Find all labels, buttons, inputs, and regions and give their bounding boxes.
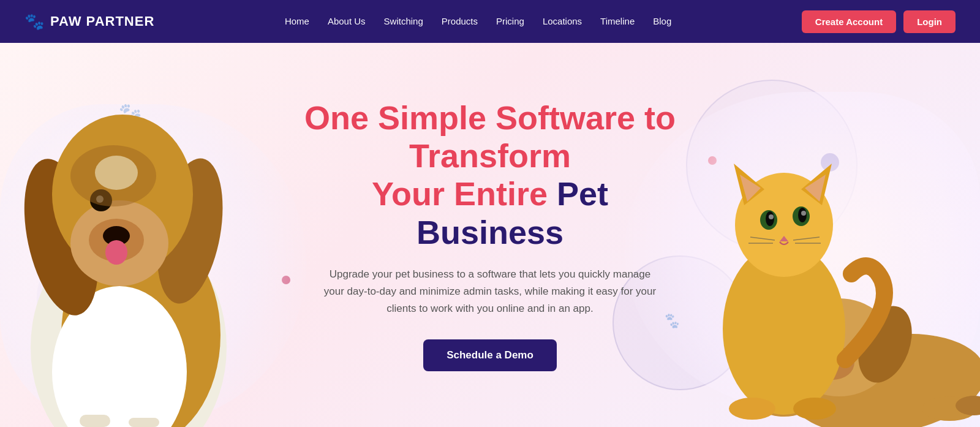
svg-point-35 [769,214,774,219]
pets-illustration [662,53,980,427]
svg-rect-14 [80,415,110,427]
nav-switching[interactable]: Switching [384,16,423,26]
dog-illustration [0,53,270,427]
hero-subtitle: Upgrade your pet business to a software … [318,266,662,317]
nav-about[interactable]: About Us [328,16,366,26]
nav-links: Home About Us Switching Products Pricing… [285,16,671,27]
hero-pets-right-area [662,53,980,427]
nav-products[interactable]: Products [442,16,478,26]
hero-content: One Simple Software to Transform Your En… [300,99,680,371]
schedule-demo-button[interactable]: Schedule a Demo [423,339,557,371]
paw-icon: 🐾 [24,12,44,31]
svg-rect-15 [129,418,159,427]
brand-logo[interactable]: 🐾 PAW PARTNER [24,12,154,31]
hero-section: 🐾 🐾 [0,43,980,427]
svg-point-45 [793,398,836,420]
svg-point-38 [801,211,806,216]
hero-dog-area [0,53,270,427]
hero-title-line2: Your Entire Pet Business [300,175,680,251]
nav-timeline[interactable]: Timeline [600,16,635,26]
svg-point-44 [729,398,775,420]
nav-home[interactable]: Home [285,16,309,26]
hero-title-line1: One Simple Software to Transform [300,99,680,175]
hero-title-normal: Your Entire [372,175,557,212]
create-account-button[interactable]: Create Account [802,10,896,33]
nav-actions: Create Account Login [802,10,956,33]
nav-blog[interactable]: Blog [653,16,671,26]
navbar: 🐾 PAW PARTNER Home About Us Switching Pr… [0,0,980,43]
nav-pricing[interactable]: Pricing [496,16,524,26]
brand-name: PAW PARTNER [50,13,154,29]
svg-point-11 [105,240,127,265]
svg-point-13 [95,156,138,190]
login-button[interactable]: Login [903,10,956,33]
nav-locations[interactable]: Locations [543,16,582,26]
